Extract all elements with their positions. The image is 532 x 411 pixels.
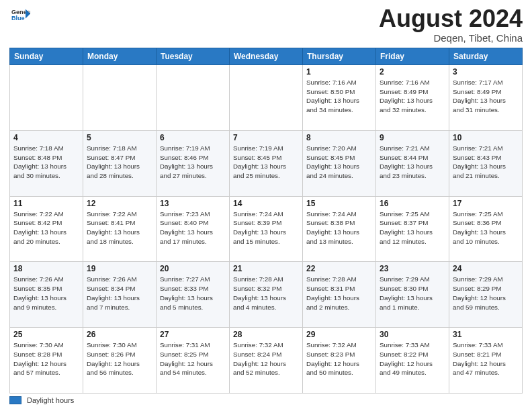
- day-number: 9: [380, 133, 445, 142]
- day-number: 20: [160, 264, 226, 273]
- day-number: 31: [453, 330, 519, 339]
- day-info: Sunrise: 7:18 AM Sunset: 8:48 PM Dayligh…: [13, 144, 79, 181]
- day-info: Sunrise: 7:33 AM Sunset: 8:21 PM Dayligh…: [453, 340, 519, 377]
- calendar-week-row: 1Sunrise: 7:16 AM Sunset: 8:50 PM Daylig…: [10, 65, 523, 131]
- calendar-cell: 23Sunrise: 7:29 AM Sunset: 8:30 PM Dayli…: [376, 262, 449, 328]
- day-info: Sunrise: 7:28 AM Sunset: 8:31 PM Dayligh…: [306, 275, 372, 312]
- day-number: 2: [380, 67, 445, 77]
- calendar-cell: 1Sunrise: 7:16 AM Sunset: 8:50 PM Daylig…: [303, 65, 376, 131]
- day-info: Sunrise: 7:25 AM Sunset: 8:37 PM Dayligh…: [380, 210, 445, 246]
- calendar-cell: 27Sunrise: 7:31 AM Sunset: 8:25 PM Dayli…: [157, 328, 230, 394]
- day-number: 17: [453, 199, 519, 208]
- day-number: 12: [87, 199, 152, 208]
- calendar-cell: 14Sunrise: 7:24 AM Sunset: 8:39 PM Dayli…: [230, 196, 303, 262]
- calendar-cell: 6Sunrise: 7:19 AM Sunset: 8:46 PM Daylig…: [157, 130, 230, 196]
- day-number: 23: [380, 264, 445, 273]
- day-info: Sunrise: 7:20 AM Sunset: 8:45 PM Dayligh…: [306, 144, 372, 181]
- calendar-cell: [83, 65, 157, 131]
- calendar-cell: 12Sunrise: 7:22 AM Sunset: 8:41 PM Dayli…: [83, 196, 157, 262]
- footer: Daylight hours: [9, 396, 523, 404]
- day-info: Sunrise: 7:29 AM Sunset: 8:29 PM Dayligh…: [453, 275, 519, 312]
- calendar-day-header: Saturday: [449, 48, 523, 65]
- day-info: Sunrise: 7:32 AM Sunset: 8:24 PM Dayligh…: [233, 340, 299, 377]
- calendar-cell: 16Sunrise: 7:25 AM Sunset: 8:37 PM Dayli…: [376, 196, 449, 262]
- day-number: 7: [233, 133, 299, 142]
- logo-icon: General Blue: [11, 7, 30, 26]
- month-title: August 2024: [379, 7, 523, 31]
- day-number: 24: [453, 264, 519, 273]
- day-info: Sunrise: 7:16 AM Sunset: 8:49 PM Dayligh…: [380, 78, 445, 115]
- day-info: Sunrise: 7:30 AM Sunset: 8:26 PM Dayligh…: [87, 340, 152, 377]
- day-number: 27: [160, 330, 226, 339]
- day-info: Sunrise: 7:26 AM Sunset: 8:35 PM Dayligh…: [13, 275, 79, 312]
- calendar-cell: 21Sunrise: 7:28 AM Sunset: 8:32 PM Dayli…: [230, 262, 303, 328]
- day-info: Sunrise: 7:28 AM Sunset: 8:32 PM Dayligh…: [233, 275, 299, 312]
- calendar-cell: 7Sunrise: 7:19 AM Sunset: 8:45 PM Daylig…: [230, 130, 303, 196]
- calendar-cell: [10, 65, 83, 131]
- day-number: 22: [306, 264, 372, 273]
- calendar-cell: 18Sunrise: 7:26 AM Sunset: 8:35 PM Dayli…: [10, 262, 83, 328]
- calendar-cell: 15Sunrise: 7:24 AM Sunset: 8:38 PM Dayli…: [303, 196, 376, 262]
- day-number: 5: [87, 133, 152, 142]
- day-number: 16: [380, 199, 445, 208]
- calendar-cell: 30Sunrise: 7:33 AM Sunset: 8:22 PM Dayli…: [376, 328, 449, 394]
- calendar-cell: 22Sunrise: 7:28 AM Sunset: 8:31 PM Dayli…: [303, 262, 376, 328]
- calendar-day-header: Monday: [83, 48, 157, 65]
- day-info: Sunrise: 7:22 AM Sunset: 8:41 PM Dayligh…: [87, 210, 152, 246]
- day-info: Sunrise: 7:21 AM Sunset: 8:43 PM Dayligh…: [453, 144, 519, 181]
- day-number: 13: [160, 199, 226, 208]
- day-number: 1: [306, 67, 372, 77]
- calendar-cell: 26Sunrise: 7:30 AM Sunset: 8:26 PM Dayli…: [83, 328, 157, 394]
- day-number: 30: [380, 330, 445, 339]
- calendar-week-row: 4Sunrise: 7:18 AM Sunset: 8:48 PM Daylig…: [10, 130, 523, 196]
- day-info: Sunrise: 7:27 AM Sunset: 8:33 PM Dayligh…: [160, 275, 226, 312]
- day-number: 26: [87, 330, 152, 339]
- logo: General Blue: [9, 7, 30, 26]
- day-info: Sunrise: 7:30 AM Sunset: 8:28 PM Dayligh…: [13, 340, 79, 377]
- day-number: 8: [306, 133, 372, 142]
- calendar-header-row: SundayMondayTuesdayWednesdayThursdayFrid…: [10, 48, 523, 65]
- day-number: 18: [13, 264, 79, 273]
- legend-label: Daylight hours: [27, 396, 74, 404]
- calendar-cell: 10Sunrise: 7:21 AM Sunset: 8:43 PM Dayli…: [449, 130, 523, 196]
- calendar-cell: 31Sunrise: 7:33 AM Sunset: 8:21 PM Dayli…: [449, 328, 523, 394]
- day-info: Sunrise: 7:19 AM Sunset: 8:46 PM Dayligh…: [160, 144, 226, 181]
- calendar-cell: 4Sunrise: 7:18 AM Sunset: 8:48 PM Daylig…: [10, 130, 83, 196]
- day-number: 6: [160, 133, 226, 142]
- calendar-cell: 24Sunrise: 7:29 AM Sunset: 8:29 PM Dayli…: [449, 262, 523, 328]
- calendar-day-header: Tuesday: [157, 48, 230, 65]
- calendar-cell: 20Sunrise: 7:27 AM Sunset: 8:33 PM Dayli…: [157, 262, 230, 328]
- day-info: Sunrise: 7:16 AM Sunset: 8:50 PM Dayligh…: [306, 78, 372, 115]
- day-number: 28: [233, 330, 299, 339]
- calendar-cell: 25Sunrise: 7:30 AM Sunset: 8:28 PM Dayli…: [10, 328, 83, 394]
- calendar-cell: 9Sunrise: 7:21 AM Sunset: 8:44 PM Daylig…: [376, 130, 449, 196]
- header: General Blue August 2024 Deqen, Tibet, C…: [9, 7, 523, 44]
- calendar-table: SundayMondayTuesdayWednesdayThursdayFrid…: [9, 48, 523, 394]
- calendar-cell: 19Sunrise: 7:26 AM Sunset: 8:34 PM Dayli…: [83, 262, 157, 328]
- day-number: 11: [13, 199, 79, 208]
- legend-color-box: [9, 396, 21, 404]
- day-number: 21: [233, 264, 299, 273]
- day-info: Sunrise: 7:22 AM Sunset: 8:42 PM Dayligh…: [13, 210, 79, 246]
- calendar-day-header: Friday: [376, 48, 449, 65]
- calendar-day-header: Wednesday: [230, 48, 303, 65]
- calendar-week-row: 11Sunrise: 7:22 AM Sunset: 8:42 PM Dayli…: [10, 196, 523, 262]
- calendar-cell: 5Sunrise: 7:18 AM Sunset: 8:47 PM Daylig…: [83, 130, 157, 196]
- day-info: Sunrise: 7:17 AM Sunset: 8:49 PM Dayligh…: [453, 78, 519, 115]
- calendar-day-header: Sunday: [10, 48, 83, 65]
- calendar-cell: 17Sunrise: 7:25 AM Sunset: 8:36 PM Dayli…: [449, 196, 523, 262]
- calendar-week-row: 18Sunrise: 7:26 AM Sunset: 8:35 PM Dayli…: [10, 262, 523, 328]
- location: Deqen, Tibet, China: [379, 32, 523, 44]
- calendar-cell: 28Sunrise: 7:32 AM Sunset: 8:24 PM Dayli…: [230, 328, 303, 394]
- day-number: 25: [13, 330, 79, 339]
- day-number: 14: [233, 199, 299, 208]
- svg-text:Blue: Blue: [11, 15, 25, 21]
- day-info: Sunrise: 7:24 AM Sunset: 8:38 PM Dayligh…: [306, 210, 372, 246]
- calendar-cell: 13Sunrise: 7:23 AM Sunset: 8:40 PM Dayli…: [157, 196, 230, 262]
- calendar-cell: [230, 65, 303, 131]
- day-info: Sunrise: 7:31 AM Sunset: 8:25 PM Dayligh…: [160, 340, 226, 377]
- calendar-cell: 2Sunrise: 7:16 AM Sunset: 8:49 PM Daylig…: [376, 65, 449, 131]
- day-number: 10: [453, 133, 519, 142]
- calendar-cell: 3Sunrise: 7:17 AM Sunset: 8:49 PM Daylig…: [449, 65, 523, 131]
- day-info: Sunrise: 7:19 AM Sunset: 8:45 PM Dayligh…: [233, 144, 299, 181]
